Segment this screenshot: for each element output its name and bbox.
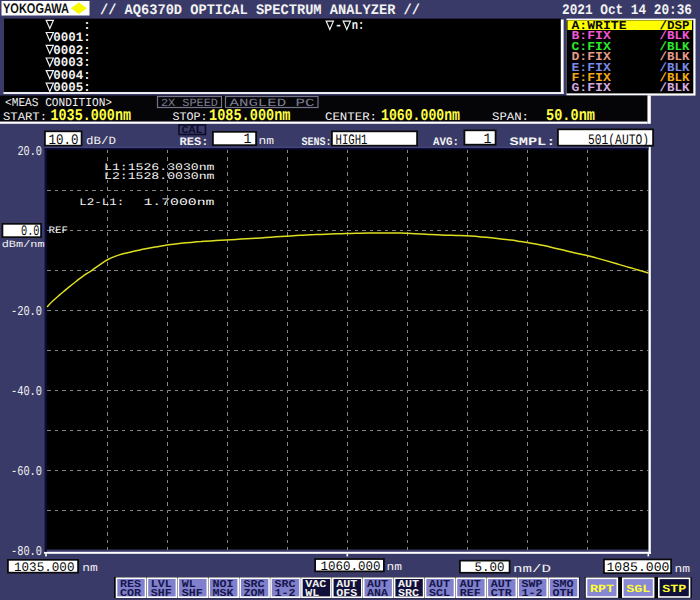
svg-text:1.7000nm: 1.7000nm [144,198,215,209]
svg-text:WL: WL [305,588,319,600]
svg-text:n:: n: [352,18,365,33]
svg-text:0005:: 0005: [53,80,91,95]
svg-text:-80.0: -80.0 [11,545,42,560]
svg-text:STP: STP [662,584,686,596]
svg-text:MSK: MSK [213,588,235,600]
svg-text:1: 1 [244,132,252,148]
svg-text:STOP:: STOP: [173,111,208,124]
svg-text:1085.000nm: 1085.000nm [209,106,291,125]
svg-text:G:FIX: G:FIX [572,81,612,95]
svg-text:-60.0: -60.0 [11,465,42,480]
svg-text:/BLK: /BLK [660,81,691,95]
svg-text:L2:1528.0030nm: L2:1528.0030nm [104,172,215,183]
svg-text:nm: nm [675,564,691,576]
svg-text:501(AUTO): 501(AUTO) [588,133,649,149]
svg-text:1035.000nm: 1035.000nm [51,106,132,125]
svg-text:dBm/nm: dBm/nm [2,239,45,250]
svg-text:-40.0: -40.0 [11,385,42,400]
svg-text:SHF: SHF [182,588,203,600]
svg-text:RPT: RPT [590,584,614,596]
svg-text:1: 1 [484,132,492,148]
svg-text:SHF: SHF [151,588,172,600]
svg-text:YOKOGAWA: YOKOGAWA [3,1,69,16]
svg-text:1085.000: 1085.000 [607,560,670,575]
svg-text:10.0: 10.0 [49,133,79,149]
svg-text:5.00: 5.00 [475,560,505,575]
svg-text:1-2: 1-2 [522,588,543,600]
svg-text:0.0: 0.0 [21,224,40,240]
svg-text:REF: REF [460,588,481,600]
svg-text:CTR: CTR [491,588,513,600]
svg-text:nm: nm [82,563,98,575]
svg-text:SRC: SRC [398,588,420,600]
svg-text:1060.000nm: 1060.000nm [381,106,460,125]
svg-text:// AQ6370D OPTICAL SPECTRUM AN: // AQ6370D OPTICAL SPECTRUM ANALYZER // [100,3,420,19]
svg-text:HIGH1: HIGH1 [336,133,368,149]
svg-text:OTH: OTH [553,588,574,600]
svg-text:nm: nm [259,136,275,148]
svg-text:1035.000: 1035.000 [14,560,75,575]
svg-text:COR: COR [120,588,142,600]
svg-text:START:: START: [3,111,47,124]
svg-text:L2-L1:: L2-L1: [79,198,124,209]
svg-text:SGL: SGL [626,584,650,596]
svg-text:-20.0: -20.0 [11,305,42,320]
svg-text:20.0: 20.0 [17,145,42,160]
svg-text:nm/D: nm/D [513,564,552,576]
svg-text:1060.000: 1060.000 [321,559,381,574]
svg-text:nm: nm [387,562,403,574]
svg-text:1-2: 1-2 [274,588,295,600]
svg-text:2021 Oct 14 20:36: 2021 Oct 14 20:36 [562,3,692,19]
svg-text:REF: REF [48,226,68,237]
svg-text:ANA: ANA [367,588,389,600]
svg-text:OFS: OFS [336,588,357,600]
svg-text:ZOM: ZOM [244,588,265,600]
svg-text:SCL: SCL [429,588,450,600]
svg-text:-: - [335,18,343,33]
svg-text:50.0nm: 50.0nm [546,106,595,125]
svg-text:dB/D: dB/D [86,136,116,148]
svg-text:CENTER:: CENTER: [325,111,377,124]
svg-text:SPAN:: SPAN: [492,111,529,124]
